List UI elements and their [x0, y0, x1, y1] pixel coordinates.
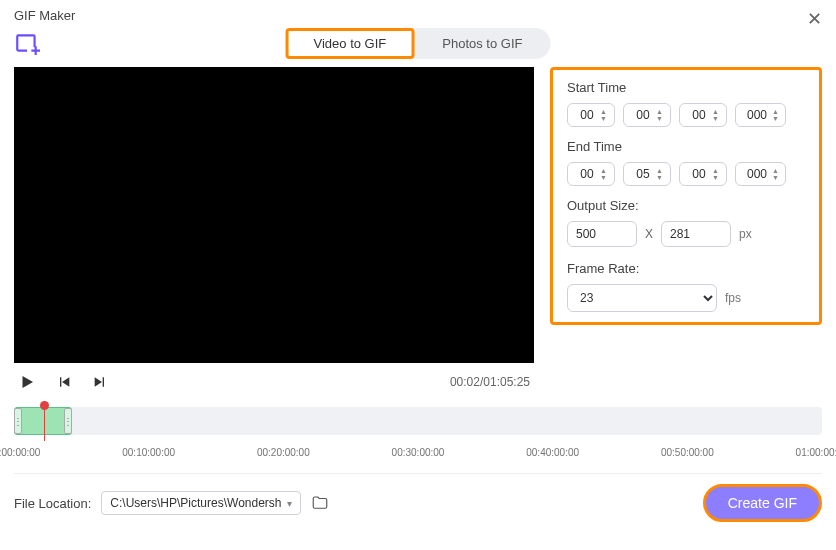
- tick-label: 01:00:00:00: [796, 447, 836, 458]
- tick-label: 00:00:00:00: [0, 447, 40, 458]
- start-seconds-stepper[interactable]: ▲▼: [679, 103, 727, 127]
- timeline-track[interactable]: [14, 407, 822, 435]
- framerate-label: Frame Rate:: [567, 261, 805, 276]
- prev-frame-button[interactable]: [56, 374, 72, 390]
- file-location-label: File Location:: [14, 496, 91, 511]
- file-location-select[interactable]: C:\Users\HP\Pictures\Wondersh ▾: [101, 491, 301, 515]
- tick-label: 00:50:00:00: [661, 447, 714, 458]
- start-hours-stepper[interactable]: ▲▼: [567, 103, 615, 127]
- spinner-arrows[interactable]: ▲▼: [600, 109, 607, 122]
- spinner-arrows[interactable]: ▲▼: [656, 168, 663, 181]
- timeline-ticks: 00:00:00:0000:10:00:0000:20:00:0000:30:0…: [14, 447, 822, 461]
- output-width-input[interactable]: [567, 221, 637, 247]
- spinner-arrows[interactable]: ▲▼: [772, 168, 779, 181]
- end-hours-stepper[interactable]: ▲▼: [567, 162, 615, 186]
- size-separator: X: [645, 227, 653, 241]
- spinner-arrows[interactable]: ▲▼: [712, 109, 719, 122]
- next-frame-button[interactable]: [92, 374, 108, 390]
- spinner-arrows[interactable]: ▲▼: [772, 109, 779, 122]
- selection-start-handle[interactable]: [14, 408, 22, 434]
- tick-label: 00:20:00:00: [257, 447, 310, 458]
- end-time-label: End Time: [567, 139, 805, 154]
- spinner-arrows[interactable]: ▲▼: [656, 109, 663, 122]
- end-seconds-stepper[interactable]: ▲▼: [679, 162, 727, 186]
- mode-tabs: Video to GIF Photos to GIF: [286, 28, 551, 59]
- fps-unit: fps: [725, 291, 741, 305]
- app-title: GIF Maker: [14, 8, 75, 23]
- tab-video-to-gif[interactable]: Video to GIF: [286, 28, 415, 59]
- browse-folder-button[interactable]: [311, 494, 329, 512]
- settings-panel: Start Time ▲▼ ▲▼ ▲▼ ▲▼ End Time ▲▼ ▲▼ ▲▼…: [550, 67, 822, 325]
- end-ms-stepper[interactable]: ▲▼: [735, 162, 786, 186]
- size-unit: px: [739, 227, 752, 241]
- playhead-indicator[interactable]: [44, 401, 45, 441]
- tab-photos-to-gif[interactable]: Photos to GIF: [414, 28, 550, 59]
- file-path-text: C:\Users\HP\Pictures\Wondersh: [110, 496, 281, 510]
- add-media-icon[interactable]: [14, 30, 40, 56]
- spinner-arrows[interactable]: ▲▼: [600, 168, 607, 181]
- tick-label: 00:40:00:00: [526, 447, 579, 458]
- start-ms-stepper[interactable]: ▲▼: [735, 103, 786, 127]
- start-time-label: Start Time: [567, 80, 805, 95]
- create-gif-button[interactable]: Create GIF: [703, 484, 822, 522]
- end-minutes-stepper[interactable]: ▲▼: [623, 162, 671, 186]
- output-height-input[interactable]: [661, 221, 731, 247]
- timeline-selection[interactable]: [14, 407, 72, 435]
- close-button[interactable]: ✕: [807, 8, 822, 30]
- selection-end-handle[interactable]: [64, 408, 72, 434]
- chevron-down-icon: ▾: [287, 498, 292, 509]
- output-size-label: Output Size:: [567, 198, 805, 213]
- start-minutes-stepper[interactable]: ▲▼: [623, 103, 671, 127]
- time-display: 00:02/01:05:25: [450, 375, 530, 389]
- video-preview[interactable]: [14, 67, 534, 363]
- framerate-select[interactable]: 23: [567, 284, 717, 312]
- spinner-arrows[interactable]: ▲▼: [712, 168, 719, 181]
- play-button[interactable]: [18, 373, 36, 391]
- tick-label: 00:10:00:00: [122, 447, 175, 458]
- tick-label: 00:30:00:00: [392, 447, 445, 458]
